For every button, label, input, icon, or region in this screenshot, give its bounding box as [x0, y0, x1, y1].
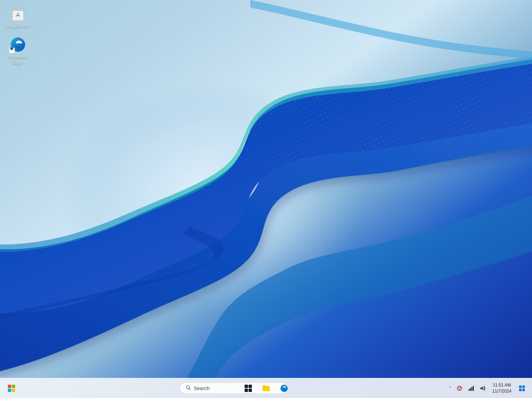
task-view-icon	[244, 384, 252, 392]
clock-date: 11/7/2024	[492, 388, 511, 394]
svg-rect-29	[522, 389, 525, 391]
svg-rect-25	[473, 386, 474, 391]
microsoft-edge-icon[interactable]: Microsoft Edge	[4, 34, 32, 67]
sound-icon[interactable]	[477, 383, 488, 393]
network-icon[interactable]	[466, 383, 476, 393]
svg-rect-8	[8, 385, 11, 388]
svg-rect-22	[469, 389, 470, 391]
svg-rect-16	[245, 389, 248, 392]
search-icon	[186, 385, 191, 391]
svg-rect-10	[8, 389, 11, 392]
recycle-bin-label: Recycle Bin	[5, 24, 31, 29]
windows-logo-icon	[8, 385, 15, 392]
file-explorer-icon	[262, 384, 270, 393]
notification-button[interactable]	[516, 383, 528, 393]
task-view-button[interactable]	[240, 380, 256, 396]
svg-rect-26	[519, 385, 522, 388]
edge-taskbar-icon	[280, 384, 288, 393]
svg-point-21	[459, 389, 460, 390]
file-explorer-button[interactable]	[258, 380, 274, 396]
show-hidden-icons-button[interactable]: ⌃	[447, 384, 453, 392]
svg-rect-9	[12, 385, 15, 388]
svg-rect-6	[16, 8, 20, 10]
taskbar-center	[240, 380, 292, 396]
recycle-bin-icon[interactable]: Recycle Bin	[4, 4, 32, 31]
svg-rect-23	[470, 388, 471, 391]
svg-rect-24	[471, 387, 472, 391]
svg-rect-11	[12, 389, 15, 392]
start-button[interactable]	[4, 381, 19, 395]
microsoft-edge-label: Microsoft Edge	[5, 55, 31, 66]
svg-rect-27	[522, 385, 525, 388]
taskbar: Search	[0, 378, 532, 398]
svg-point-19	[458, 387, 459, 388]
system-tray: ⌃	[447, 382, 528, 395]
desktop-icons: Recycle Bin	[0, 0, 36, 71]
clock-time: 11:51 AM	[493, 382, 511, 388]
svg-rect-28	[519, 389, 522, 391]
tray-color-icon[interactable]	[455, 383, 465, 393]
clock[interactable]: 11:51 AM 11/7/2024	[489, 382, 515, 395]
svg-line-13	[189, 389, 191, 390]
desktop: Recycle Bin	[0, 0, 532, 398]
edge-taskbar-button[interactable]	[276, 380, 292, 396]
svg-rect-17	[249, 389, 252, 392]
svg-rect-15	[249, 385, 252, 388]
svg-point-20	[460, 387, 461, 388]
svg-rect-14	[245, 385, 248, 388]
